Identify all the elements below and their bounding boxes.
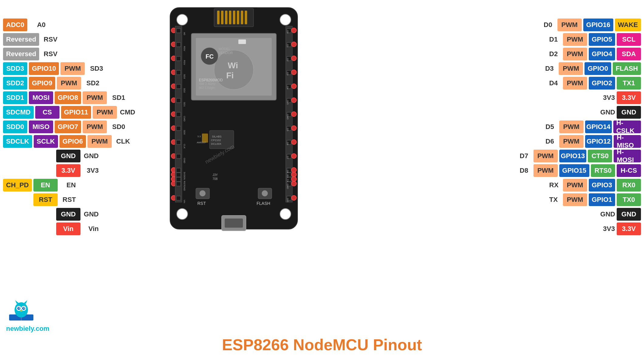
pin-label-scl: SCL [617,33,641,46]
pin-name-rsv1: RSV [41,36,57,43]
pin-label-pwm-d8: PWM [533,164,558,177]
pin-label-gpio16: GPIO16 [583,19,613,31]
pin-label-gndr: GND [617,106,641,119]
pin-label-gpio10: GPIO10 [29,62,59,75]
svg-rect-71 [176,154,181,158]
svg-rect-73 [176,173,181,177]
svg-point-101 [291,140,296,144]
pin-label-rsv2: Reversed [3,48,39,60]
svg-point-100 [291,126,296,131]
svg-point-106 [291,181,296,186]
pin-name-sd1: SD1 [108,94,125,102]
logo-area: newbiely.com [6,298,49,333]
pin-name-cmd: CMD [118,108,135,116]
page-title: ESP8266 NodeMCU Pinout [222,336,422,354]
svg-point-99 [291,112,296,117]
pin-label-sdclk: SDCLK [3,135,32,148]
svg-text:EN: EN [183,176,186,180]
pin-name-rsv2: RSV [41,50,57,58]
svg-point-1 [177,14,188,25]
pin-label-adc0: ADC0 [3,19,27,31]
svg-text:GND: GND [183,158,186,163]
svg-point-105 [291,177,296,182]
pin-label-pwm-sd2: PWM [57,77,81,90]
pin-label-gpio14: GPIO14 [585,120,612,133]
svg-rect-9 [225,11,227,24]
pin-label-cts0: CTS0 [588,150,612,162]
pin-label-gpio12: GPIO12 [585,135,612,148]
svg-point-39 [199,190,206,196]
svg-text:D0: D0 [286,30,289,34]
pin-label-gnd1: GND [56,150,80,162]
pin-label-sdd3: SDD3 [3,62,27,75]
pin-name-d2: D2 [549,50,561,58]
svg-text:SD2: SD2 [183,88,186,93]
svg-text:802.11b/g/n: 802.11b/g/n [199,86,215,90]
svg-point-4 [280,209,291,219]
pin-label-cs: CS [35,106,60,119]
svg-point-96 [291,70,296,75]
svg-rect-14 [245,11,247,24]
pin-name-d1: D1 [549,36,561,43]
svg-rect-68 [176,112,181,117]
pin-label-pwm-d4: PWM [563,77,587,90]
pin-label-gpio3: GPIO3 [589,179,615,192]
svg-text:D3: D3 [286,72,289,76]
pin-name-gndr: GND [600,108,615,116]
pin-label-mosi: MOSI [29,91,53,104]
pin-label-sdd2: SDD2 [3,77,27,90]
pin-label-flash: FLASH [613,62,641,75]
svg-rect-74 [176,177,181,182]
pin-label-hcslk: H-CSLK [613,120,641,133]
svg-text:SILABS: SILABS [212,135,222,138]
pin-label-gpio5: GPIO5 [589,33,615,46]
svg-text:AM6117: AM6117 [197,141,206,144]
svg-rect-65 [176,70,181,75]
pin-name-sd3: SD3 [86,65,103,73]
svg-text:708: 708 [213,177,218,181]
svg-marker-149 [15,300,19,304]
svg-point-95 [291,56,296,61]
pin-label-3v3r: 3.3V [617,91,641,104]
svg-text:RST: RST [197,201,206,206]
pin-label-pwm-d3: PWM [559,62,583,75]
svg-point-93 [291,28,296,33]
svg-point-104 [291,172,296,177]
pin-name-gnd1: GND [82,152,99,160]
svg-text:D6: D6 [286,142,289,145]
pin-label-sclk: SCLK [34,135,58,148]
pin-label-tx0: TX0 [617,193,641,206]
svg-rect-45 [225,219,243,228]
pin-label-3v3-r2: 3.3V [617,222,641,235]
board-diagram: Wi Fi FC MODEL VENDOR ISM 2.4GHz 802.11b… [149,3,319,241]
pin-label-pwm-d0: PWM [557,19,582,31]
svg-rect-13 [241,11,243,24]
svg-text:GND: GND [183,185,186,191]
svg-rect-10 [229,11,231,24]
svg-text:VENDOR: VENDOR [219,51,233,55]
svg-text:RSV: RSV [183,60,186,65]
svg-text:ISM 2.4GHz: ISM 2.4GHz [199,82,215,86]
pin-name-d8: D8 [520,167,532,175]
svg-rect-8 [221,11,223,24]
svg-text:Fi: Fi [226,71,234,80]
svg-point-97 [291,84,296,89]
svg-text:FLASH: FLASH [257,201,270,206]
svg-rect-69 [176,126,181,131]
pin-label-gnd2: GND [56,208,80,221]
svg-rect-70 [176,140,181,144]
pin-label-gpio8: GPIO8 [55,91,81,104]
pin-name-sd2: SD2 [83,79,99,87]
pin-name-d3: D3 [545,65,557,73]
pin-name-en: EN [59,181,76,189]
svg-text:D5: D5 [286,128,289,131]
svg-text:3V3: 3V3 [286,198,289,202]
svg-point-3 [177,209,188,219]
pin-label-gpio4: GPIO4 [589,48,615,60]
pin-name-3v3r: 3V3 [603,94,615,102]
pin-label-gpio0: GPIO0 [584,62,611,75]
svg-text:SD1: SD1 [183,102,186,107]
svg-text:A0: A0 [183,32,186,35]
svg-rect-72 [176,168,181,172]
svg-text:Vin: Vin [183,200,186,203]
